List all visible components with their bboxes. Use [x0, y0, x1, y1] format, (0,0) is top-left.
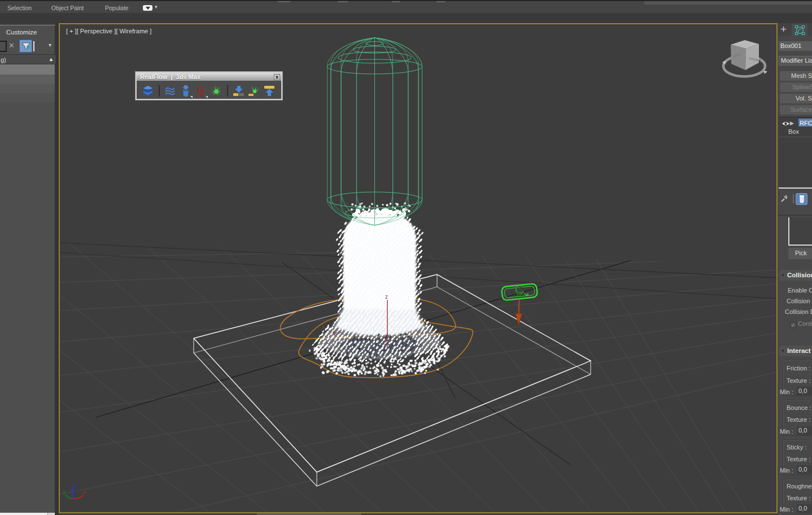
svg-text:z: z	[385, 294, 388, 300]
svg-text:y: y	[63, 489, 66, 495]
svg-text:z: z	[74, 482, 77, 487]
svg-text:y: y	[322, 324, 325, 329]
svg-text:x: x	[83, 489, 86, 495]
